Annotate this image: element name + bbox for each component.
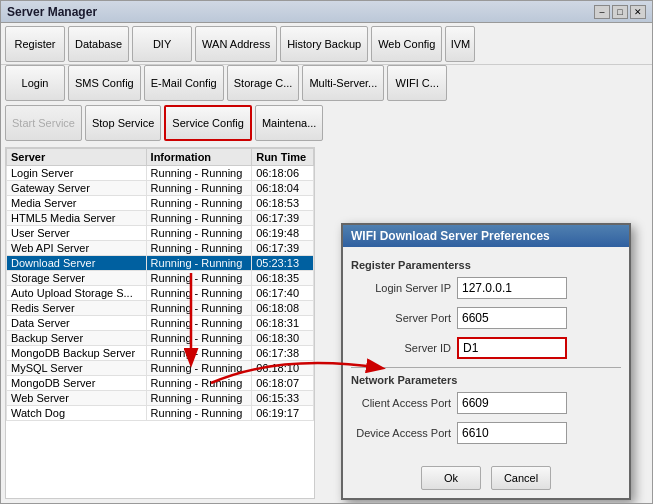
stop-service-button[interactable]: Stop Service xyxy=(85,105,161,141)
server-runtime-cell: 06:18:35 xyxy=(252,271,314,286)
database-button[interactable]: Database xyxy=(68,26,129,62)
server-table: Server Information Run Time Login Server… xyxy=(6,148,314,421)
server-runtime-cell: 06:18:53 xyxy=(252,196,314,211)
table-row[interactable]: Redis ServerRunning - Running06:18:08 xyxy=(7,301,314,316)
register-section-label: Register Paramenterss xyxy=(351,259,621,271)
server-info-cell: Running - Running xyxy=(146,406,252,421)
server-name-cell: Media Server xyxy=(7,196,147,211)
col-runtime: Run Time xyxy=(252,149,314,166)
server-name-cell: Backup Server xyxy=(7,331,147,346)
server-name-cell: Login Server xyxy=(7,166,147,181)
server-id-label: Server ID xyxy=(351,342,451,354)
table-row[interactable]: Backup ServerRunning - Running06:18:30 xyxy=(7,331,314,346)
server-name-cell: Watch Dog xyxy=(7,406,147,421)
window-title: Server Manager xyxy=(7,5,97,19)
register-button[interactable]: Register xyxy=(5,26,65,62)
col-server: Server xyxy=(7,149,147,166)
wifi-dialog: WIFI Download Server Preferences Registe… xyxy=(341,223,631,500)
device-access-port-label: Device Access Port xyxy=(351,427,451,439)
wifi-config-button[interactable]: WIFI C... xyxy=(387,65,447,101)
server-info-cell: Running - Running xyxy=(146,361,252,376)
server-runtime-cell: 06:18:10 xyxy=(252,361,314,376)
diy-button[interactable]: DIY xyxy=(132,26,192,62)
server-port-input[interactable] xyxy=(457,307,567,329)
server-info-cell: Running - Running xyxy=(146,391,252,406)
login-button[interactable]: Login xyxy=(5,65,65,101)
dialog-footer: Ok Cancel xyxy=(343,460,629,498)
table-row[interactable]: HTML5 Media ServerRunning - Running06:17… xyxy=(7,211,314,226)
table-row[interactable]: Web API ServerRunning - Running06:17:39 xyxy=(7,241,314,256)
minimize-button[interactable]: – xyxy=(594,5,610,19)
service-config-button[interactable]: Service Config xyxy=(164,105,252,141)
server-runtime-cell: 06:18:08 xyxy=(252,301,314,316)
server-runtime-cell: 05:23:13 xyxy=(252,256,314,271)
table-row[interactable]: User ServerRunning - Running06:19:48 xyxy=(7,226,314,241)
history-backup-button[interactable]: History Backup xyxy=(280,26,368,62)
server-name-cell: Web Server xyxy=(7,391,147,406)
server-runtime-cell: 06:18:31 xyxy=(252,316,314,331)
server-runtime-cell: 06:15:33 xyxy=(252,391,314,406)
table-row[interactable]: Storage ServerRunning - Running06:18:35 xyxy=(7,271,314,286)
ok-button[interactable]: Ok xyxy=(421,466,481,490)
server-runtime-cell: 06:19:17 xyxy=(252,406,314,421)
sms-config-button[interactable]: SMS Config xyxy=(68,65,141,101)
server-runtime-cell: 06:17:39 xyxy=(252,211,314,226)
server-runtime-cell: 06:17:40 xyxy=(252,286,314,301)
server-info-cell: Running - Running xyxy=(146,301,252,316)
toolbar-row-2: Login SMS Config E-Mail Config Storage C… xyxy=(1,65,652,103)
multi-server-button[interactable]: Multi-Server... xyxy=(302,65,384,101)
col-information: Information xyxy=(146,149,252,166)
table-row[interactable]: MySQL ServerRunning - Running06:18:10 xyxy=(7,361,314,376)
device-access-port-input[interactable] xyxy=(457,422,567,444)
ivm-button[interactable]: IVM xyxy=(445,26,475,62)
table-row[interactable]: Download ServerRunning - Running05:23:13 xyxy=(7,256,314,271)
storage-config-button[interactable]: Storage C... xyxy=(227,65,300,101)
table-row[interactable]: Gateway ServerRunning - Running06:18:04 xyxy=(7,181,314,196)
close-button[interactable]: ✕ xyxy=(630,5,646,19)
divider xyxy=(351,367,621,368)
email-config-button[interactable]: E-Mail Config xyxy=(144,65,224,101)
server-runtime-cell: 06:18:06 xyxy=(252,166,314,181)
server-table-container[interactable]: Server Information Run Time Login Server… xyxy=(5,147,315,499)
maximize-button[interactable]: □ xyxy=(612,5,628,19)
server-name-cell: Data Server xyxy=(7,316,147,331)
table-row[interactable]: Login ServerRunning - Running06:18:06 xyxy=(7,166,314,181)
server-info-cell: Running - Running xyxy=(146,271,252,286)
start-service-button[interactable]: Start Service xyxy=(5,105,82,141)
server-info-cell: Running - Running xyxy=(146,226,252,241)
server-info-cell: Running - Running xyxy=(146,241,252,256)
table-row[interactable]: MongoDB ServerRunning - Running06:18:07 xyxy=(7,376,314,391)
server-info-cell: Running - Running xyxy=(146,196,252,211)
table-row[interactable]: MongoDB Backup ServerRunning - Running06… xyxy=(7,346,314,361)
maintenance-button[interactable]: Maintena... xyxy=(255,105,323,141)
server-info-cell: Running - Running xyxy=(146,286,252,301)
main-area: Server Information Run Time Login Server… xyxy=(1,143,652,503)
server-info-cell: Running - Running xyxy=(146,331,252,346)
server-name-cell: MySQL Server xyxy=(7,361,147,376)
table-row[interactable]: Web ServerRunning - Running06:15:33 xyxy=(7,391,314,406)
server-id-input[interactable] xyxy=(457,337,567,359)
table-row[interactable]: Auto Upload Storage S...Running - Runnin… xyxy=(7,286,314,301)
server-port-row: Server Port xyxy=(351,307,621,329)
server-info-cell: Running - Running xyxy=(146,376,252,391)
login-server-ip-input[interactable] xyxy=(457,277,567,299)
table-row[interactable]: Data ServerRunning - Running06:18:31 xyxy=(7,316,314,331)
wan-address-button[interactable]: WAN Address xyxy=(195,26,277,62)
title-bar: Server Manager – □ ✕ xyxy=(1,1,652,23)
server-info-cell: Running - Running xyxy=(146,166,252,181)
server-name-cell: MongoDB Backup Server xyxy=(7,346,147,361)
server-name-cell: Redis Server xyxy=(7,301,147,316)
table-row[interactable]: Media ServerRunning - Running06:18:53 xyxy=(7,196,314,211)
server-runtime-cell: 06:17:39 xyxy=(252,241,314,256)
server-name-cell: MongoDB Server xyxy=(7,376,147,391)
network-section-label: Network Parameters xyxy=(351,374,621,386)
login-server-ip-label: Login Server IP xyxy=(351,282,451,294)
server-manager-window: Server Manager – □ ✕ Register Database D… xyxy=(0,0,653,504)
table-row[interactable]: Watch DogRunning - Running06:19:17 xyxy=(7,406,314,421)
server-name-cell: Web API Server xyxy=(7,241,147,256)
server-port-label: Server Port xyxy=(351,312,451,324)
server-info-cell: Running - Running xyxy=(146,256,252,271)
client-access-port-input[interactable] xyxy=(457,392,567,414)
web-config-button[interactable]: Web Config xyxy=(371,26,442,62)
cancel-button[interactable]: Cancel xyxy=(491,466,551,490)
